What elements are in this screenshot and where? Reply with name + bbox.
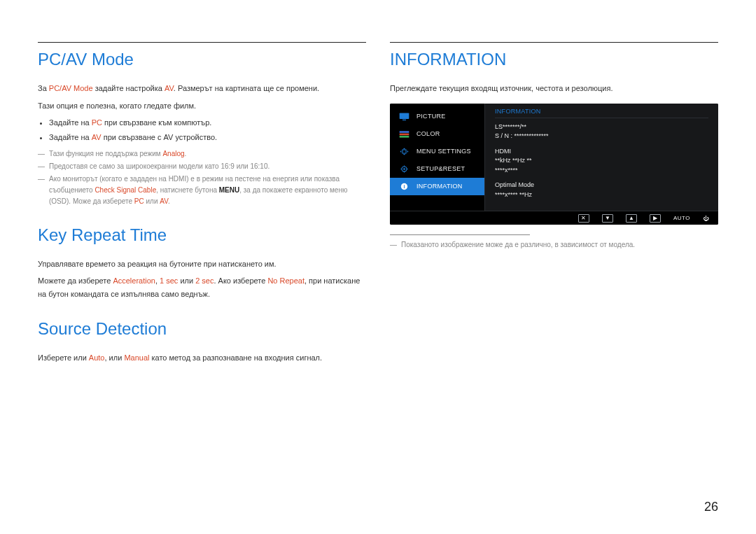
osd-menu-item-menu-settings: MENU SETTINGS [390,143,484,160]
term-check-signal: Check Signal Cable [94,186,156,194]
dash-icon: ― [38,174,45,207]
heading-pc-av-mode: PC/AV Mode [38,50,366,69]
term-pc-av-mode: PC/AV Mode [49,84,93,92]
footnote: ― Показаното изображение може да е разли… [390,239,718,251]
osd-menu-label: SETUP&RESET [416,165,465,172]
footnote-text: Предоставя се само за широкоекранни моде… [49,161,366,172]
list-item: Задайте на AV при свързване с AV устройс… [49,131,366,144]
footnote-text: Показаното изображение може да е различн… [401,239,718,251]
pc-av-body: За PC/AV Mode задайте настройка AV. Разм… [38,82,366,207]
osd-menu-label: PICTURE [416,113,446,120]
paragraph: Можете да изберете Acceleration, 1 sec и… [38,274,366,300]
footnote: ― Тази функция не поддържа режим Analog. [38,148,366,160]
osd-info-freq: **kHz **Hz ** [495,156,708,166]
osd-menu-item-setup-reset: SETUP&RESET [390,160,484,178]
term-1sec: 1 sec [160,276,178,285]
term-pc: PC [134,197,144,205]
osd-info-optimal-label: Optimal Mode [495,181,708,190]
dash-icon: ― [390,239,397,251]
footnote-list: ― Тази функция не поддържа режим Analog.… [38,148,366,207]
text: , или [104,353,124,362]
osd-menu-label: COLOR [416,130,440,137]
term-av: AV [164,84,174,92]
text: Задайте на [49,118,92,127]
svg-rect-0 [400,113,410,119]
osd-info-serial: S / N : ************** [495,132,708,141]
svg-rect-4 [400,136,410,138]
text: или [144,197,160,205]
osd-bottom-bar: ✕ ▼ ▲ ▶ AUTO ⏻ [390,211,718,225]
text: Изберете или [38,353,89,362]
dash-icon: ― [38,148,45,160]
text: задайте настройка [93,84,164,92]
paragraph: Изберете или Auto, или Manual като метод… [38,351,366,365]
list-item: Задайте на PC при свързване към компютър… [49,116,366,129]
osd-menu-label: MENU SETTINGS [416,148,471,155]
term-analog: Analog [162,150,184,157]
close-icon: ✕ [578,214,589,223]
chevron-down-icon: ▼ [602,214,613,223]
section-rule [38,42,366,43]
osd-menu-item-information: i INFORMATION [390,178,484,195]
osd-menu-list: PICTURE COLOR [390,104,484,211]
text: . [185,150,187,157]
color-bars-icon [398,129,410,139]
osd-menu-item-picture: PICTURE [390,108,484,125]
key-repeat-body: Управлявате времето за реакция на бутони… [38,258,366,301]
info-icon: i [398,182,410,191]
chevron-right-icon: ▶ [650,214,661,223]
text: при свързване с AV устройство. [102,133,218,141]
text: За [38,84,49,92]
paragraph: Тази опция е полезна, когато гледате фил… [38,99,366,113]
power-icon: ⏻ [703,215,708,222]
text: . Ако изберете [214,276,267,285]
heading-source-detection: Source Detection [38,319,366,339]
footnote-rule [390,234,530,235]
footnote-list: ― Показаното изображение може да е разли… [390,239,718,251]
term-auto: Auto [89,353,105,362]
svg-rect-2 [400,131,410,133]
term-menu-button: MENU [219,186,239,194]
svg-rect-1 [402,119,406,120]
svg-rect-3 [400,133,410,135]
text: Можете да изберете [38,276,113,285]
term-no-repeat: No Repeat [267,276,304,285]
footnote: ― Ако мониторът (когато е зададен на HDM… [38,174,366,207]
svg-text:i: i [403,184,405,189]
page-number: 26 [704,500,718,514]
left-column: PC/AV Mode За PC/AV Mode задайте настрой… [38,42,366,369]
text: при свързване към компютър. [102,118,211,127]
text: , натиснете бутона [156,186,219,194]
osd-window: PICTURE COLOR [390,104,718,225]
bullet-list: Задайте на PC при свързване към компютър… [38,116,366,143]
osd-menu-label: INFORMATION [416,183,463,190]
heading-information: INFORMATION [390,50,718,69]
gear-icon [398,164,410,174]
osd-info-panel: INFORMATION LS*******/** S / N : *******… [484,104,718,211]
osd-info-res: ****x**** [495,166,708,176]
term-manual: Manual [124,353,149,362]
two-column-layout: PC/AV Mode За PC/AV Mode задайте настрой… [38,42,718,369]
svg-rect-5 [402,150,406,153]
text: Тази функция не поддържа режим [49,150,162,157]
osd-panel-title: INFORMATION [495,108,708,118]
text: като метод за разпознаване на входния си… [149,353,322,362]
footnote-text: Ако мониторът (когато е зададен на HDMI)… [49,174,366,207]
term-pc: PC [92,118,102,127]
svg-point-7 [403,168,405,170]
text: или [178,276,195,285]
auto-label: AUTO [673,215,690,221]
osd-info-model: LS*******/** [495,122,708,132]
paragraph: Преглеждате текущия входящ източник, чес… [390,82,718,95]
term-av: AV [92,133,102,141]
monitor-icon [398,112,410,121]
footnote-text: Тази функция не поддържа режим Analog. [49,148,366,160]
text: . [168,197,170,205]
osd-main: PICTURE COLOR [390,104,718,211]
move-arrows-icon [398,147,410,156]
osd-menu-item-color: COLOR [390,125,484,143]
chevron-up-icon: ▲ [626,214,637,223]
dash-icon: ― [38,161,45,172]
term-acceleration: Acceleration [113,276,155,285]
term-av: AV [160,197,168,205]
